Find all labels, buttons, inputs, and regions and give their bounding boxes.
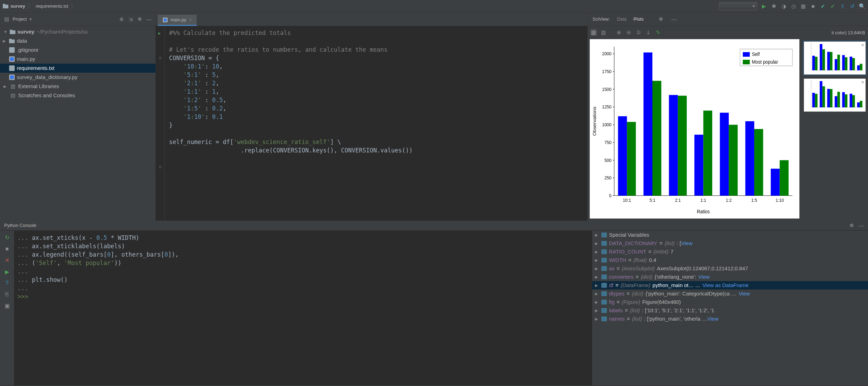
project-title: Project [13,16,27,22]
var-row[interactable]: ▶ names = {list} : ['python_main', 'othe… [592,315,868,323]
svg-rect-32 [694,135,703,195]
vcs-push-icon[interactable]: ⇪ [839,3,846,9]
var-row[interactable]: ▶ ax = {AxesSubplot} AxesSubplot(0.12406… [592,264,868,273]
var-row[interactable]: ▶ WIDTH = {float} 0.4 [592,256,868,264]
plot-canvas[interactable]: 025050075010001250150017502000Observatio… [590,39,799,219]
close-tab-icon[interactable]: × [189,17,192,22]
fold-icon[interactable]: ⊟ [159,163,162,171]
svg-text:250: 250 [604,176,611,181]
fit-icon[interactable]: ▦ [590,29,597,36]
svg-rect-56 [827,52,830,70]
search-everywhere-icon[interactable]: 🔍 [859,3,865,9]
svg-rect-35 [720,113,729,195]
var-row[interactable]: ▶ converters = {dict} {'otherlang_none':… [592,273,868,281]
breadcrumb-file[interactable]: requirements.txt [36,3,68,9]
execute-icon[interactable]: ▶ [5,269,9,275]
revert-icon[interactable]: ↺ [849,3,855,9]
run-cell-icon[interactable]: ▶ [158,29,161,37]
svg-rect-76 [837,92,840,107]
tree-item-gitignore[interactable]: .gitignore [0,45,155,55]
attach-icon[interactable]: ⎘ [5,291,9,298]
tree-item-surveydict[interactable]: survey_data_dictionary.py [0,73,155,82]
tree-external-libs[interactable]: ▥ External Libraries [0,82,155,91]
fold-icon[interactable]: ⊟ [159,54,162,62]
view-icon[interactable]: ▣ [5,302,10,309]
plot-thumbnail[interactable]: × [804,78,866,112]
breadcrumb-project[interactable]: survey [10,3,25,9]
help-icon[interactable]: ? [6,280,9,286]
rerun-icon[interactable]: ↻ [5,234,9,241]
folder-icon [3,4,8,8]
svg-rect-23 [618,116,627,195]
stop-icon[interactable]: ■ [5,246,9,252]
tree-scratches[interactable]: ▤ Scratches and Consoles [0,91,155,100]
svg-rect-38 [745,121,754,196]
coverage-icon[interactable]: ◑ [780,3,787,9]
svg-text:1:10: 1:10 [776,198,784,203]
console-output[interactable]: ... ax.set_xticks(x - 0.5 * WIDTH)... ax… [14,231,592,385]
svg-rect-61 [845,57,847,70]
var-row[interactable]: ▶ RATIO_COUNT = {int64} 7 [592,248,868,256]
editor-tab-mainpy[interactable]: main.py × [158,15,197,26]
collapse-icon[interactable]: ⇲ [127,16,134,22]
svg-rect-59 [837,55,840,70]
vcs-update-icon[interactable]: ✔ [820,3,826,9]
zoom-out-icon[interactable]: ⊖ [625,29,632,36]
save-icon[interactable]: ⤓ [645,29,651,36]
var-row[interactable]: ▶ dtypes = {dict} {'python_main': Catego… [592,290,868,298]
stop-icon[interactable]: ■ [810,3,816,9]
tab-plots[interactable]: Plots [634,16,644,22]
chevron-right-icon: 〉 [27,2,34,10]
plot-thumbnail[interactable]: × [804,41,866,75]
breadcrumb: survey 〉 requirements.txt 〉 [3,2,77,10]
svg-rect-75 [835,96,837,107]
code-editor[interactable]: ▶ ⊟ ⊟ #%% Calculate the predicted totals… [156,26,587,221]
svg-text:1:5: 1:5 [751,198,757,203]
close-thumb-icon[interactable]: × [861,42,864,48]
svg-rect-41 [771,169,779,195]
hide-icon[interactable]: — [146,16,152,22]
svg-text:Self: Self [752,52,760,57]
var-row[interactable]: ▶ fig = {Figure} Figure(640x480) [592,298,868,306]
tree-root[interactable]: survey ~/PycharmProjects/su [0,27,155,36]
var-row[interactable]: ▶ DATA_DICTIONARY = {list} : [View [592,239,868,248]
var-row[interactable]: ▶ labels = {list} : ['10:1', '5:1', '2:1… [592,306,868,315]
project-tool-icon[interactable]: ▤ [4,16,10,22]
locate-icon[interactable]: ⊕ [118,16,125,22]
profile-icon[interactable]: ◷ [790,3,797,9]
var-row[interactable]: ▶ df = {DataFrame} python_main ot… …View… [592,281,868,290]
svg-rect-71 [820,81,822,107]
svg-rect-24 [627,122,636,196]
tab-data[interactable]: Data [617,16,626,22]
hide-icon[interactable]: — [858,222,864,229]
close-thumb-icon[interactable]: × [861,79,864,85]
variables-panel[interactable]: ▶ Special Variables▶ DATA_DICTIONARY = {… [592,231,868,385]
python-file-icon [9,56,15,62]
color-picker-icon[interactable]: ✎ [655,29,661,36]
hide-icon[interactable]: — [671,16,677,22]
tree-item-data[interactable]: data [0,36,155,45]
python-file-icon [163,17,168,22]
settings-icon[interactable]: ✻ [658,16,664,22]
settings-icon[interactable]: ✻ [848,222,855,229]
actual-size-icon[interactable]: ▥ [600,29,607,36]
settings-icon[interactable]: ✻ [136,16,143,22]
run-config-select[interactable]: ▾ [719,2,757,10]
project-tree[interactable]: survey ~/PycharmProjects/su data .gitign… [0,26,155,101]
tree-label: survey_data_dictionary.py [17,73,77,82]
debug-icon[interactable]: ✱ [771,3,777,9]
svg-rect-70 [815,94,817,107]
close-icon[interactable]: ✕ [5,257,9,264]
vars-special[interactable]: ▶ Special Variables [592,231,868,239]
tree-item-requirements[interactable]: requirements.txt [0,64,155,73]
reset-zoom-icon[interactable]: ① [635,29,642,36]
python-console-title[interactable]: Python Console [4,223,36,228]
concurrency-icon[interactable]: ▦ [800,3,806,9]
zoom-in-icon[interactable]: ⊕ [616,29,622,36]
svg-rect-57 [830,52,832,70]
svg-rect-73 [827,89,830,107]
vcs-commit-icon[interactable]: ✔ [830,3,836,9]
svg-rect-79 [850,94,852,107]
run-icon[interactable]: ▶ [761,3,767,9]
tree-item-mainpy[interactable]: main.py [0,55,155,64]
